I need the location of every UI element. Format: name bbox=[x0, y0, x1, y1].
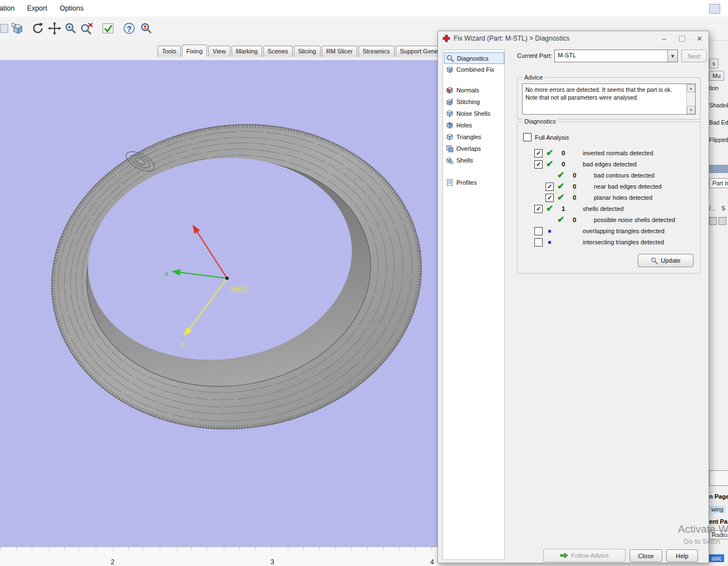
zoom-reset-icon[interactable] bbox=[79, 21, 95, 36]
full-analysis-checkbox[interactable] bbox=[523, 133, 532, 141]
row-checkbox[interactable] bbox=[534, 238, 543, 247]
current-part-label: Current Part: bbox=[517, 52, 552, 59]
row-label: overlapping triangles detected bbox=[583, 228, 665, 234]
3d-viewport[interactable]: x y WCS bbox=[0, 60, 437, 547]
right-button-fragment[interactable] bbox=[709, 470, 728, 486]
magnifier-icon bbox=[446, 55, 454, 62]
help-icon[interactable]: ? bbox=[121, 21, 137, 36]
sidebar-item-stitching[interactable]: Stitching bbox=[444, 96, 503, 107]
advice-scrollbar[interactable]: ▲ ▼ bbox=[686, 84, 695, 114]
menu-item-export[interactable]: Export bbox=[22, 0, 52, 12]
axis-x-label: x bbox=[165, 269, 169, 278]
minimize-button[interactable]: – bbox=[655, 33, 673, 44]
sidebar-item-overlaps[interactable]: Overlaps bbox=[444, 143, 503, 154]
sidebar-item-triangles[interactable]: Triangles bbox=[444, 131, 503, 142]
diagnostic-row: overlapping triangles detected bbox=[518, 225, 698, 237]
row-label: inverted normals detected bbox=[583, 150, 653, 156]
scroll-down-icon[interactable]: ▼ bbox=[687, 106, 695, 114]
tab-slicing[interactable]: Slicing bbox=[294, 46, 321, 57]
update-button[interactable]: Update bbox=[638, 254, 693, 267]
tab-tools[interactable]: Tools bbox=[158, 46, 181, 57]
green-check-icon: ✔ bbox=[557, 215, 564, 224]
diagnostic-row: ✔ 0 possible noise shells detected bbox=[518, 214, 698, 225]
diagnostic-row: ✓ ✔ 1 shells detected bbox=[518, 203, 698, 214]
find-part-icon[interactable] bbox=[138, 21, 154, 36]
ruler-number: 2 bbox=[111, 558, 115, 566]
sidebar-item-label: Holes bbox=[456, 122, 472, 129]
right-panel-header bbox=[709, 165, 728, 173]
right-icon-fragment[interactable] bbox=[709, 217, 728, 226]
sidebar-item-label: Shells bbox=[456, 157, 473, 164]
pending-dot-icon bbox=[548, 241, 551, 244]
tab-rm-slicer[interactable]: RM Slicer bbox=[322, 46, 357, 57]
tab-streamics[interactable]: Streamics bbox=[358, 46, 395, 57]
row-label: near bad edges detected bbox=[594, 183, 662, 190]
row-count: 0 bbox=[573, 194, 592, 201]
right-label-fragment: S bbox=[721, 205, 725, 211]
row-checkbox[interactable]: ✓ bbox=[545, 183, 554, 191]
shells-icon bbox=[446, 156, 454, 164]
right-label-fragment: Shade& bbox=[709, 102, 728, 109]
sidebar-item-label: Overlaps bbox=[456, 145, 481, 152]
sidebar-item-combined-fix[interactable]: Combined Fix bbox=[444, 64, 503, 75]
right-selected-fragment[interactable]: asic bbox=[709, 554, 724, 562]
chevron-down-icon[interactable]: ▼ bbox=[667, 50, 677, 62]
row-checkbox[interactable]: ✓ bbox=[534, 160, 543, 169]
ring-model[interactable]: x y bbox=[0, 60, 437, 547]
row-checkbox[interactable]: ✓ bbox=[545, 194, 554, 202]
current-part-dropdown[interactable]: M-STL ▼ bbox=[554, 50, 678, 62]
right-row-fragment[interactable]: wing bbox=[709, 505, 726, 513]
sidebar-item-profiles[interactable]: Profiles bbox=[444, 177, 503, 188]
tab-scenes[interactable]: Scenes bbox=[263, 46, 293, 57]
diagnostic-row: ✓ ✔ 0 planar holes detected bbox=[518, 192, 698, 203]
sidebar-item-normals[interactable]: Normals bbox=[444, 85, 503, 95]
help-button[interactable]: Help bbox=[666, 549, 698, 562]
follow-advice-button[interactable]: Follow Advice bbox=[543, 549, 626, 562]
tab-fixing[interactable]: Fixing bbox=[182, 45, 207, 57]
activate-watermark-line1: Activate W bbox=[678, 523, 728, 535]
row-count: 0 bbox=[562, 150, 581, 156]
diagnostic-row: ✓ ✔ 0 inverted normals detected bbox=[518, 147, 698, 159]
update-button-label: Update bbox=[661, 257, 680, 264]
row-checkbox[interactable]: ✓ bbox=[534, 149, 543, 158]
rotate-view-icon[interactable] bbox=[30, 21, 46, 36]
axis-y-label: y bbox=[181, 339, 185, 347]
noise-shells-icon bbox=[446, 110, 454, 117]
pan-view-icon[interactable] bbox=[47, 21, 62, 36]
fix-wizard-dialog: Fix Wizard (Part: M-STL) > Diagnostics –… bbox=[437, 31, 709, 563]
menu-item-partial[interactable]: ation bbox=[0, 0, 19, 12]
close-button[interactable]: Close bbox=[629, 549, 662, 562]
close-icon[interactable]: ✕ bbox=[691, 33, 709, 44]
full-analysis-row[interactable]: Full Analysis bbox=[523, 133, 569, 141]
advice-text: No more errors are detected. It seems th… bbox=[525, 86, 684, 101]
dialog-title: Fix Wizard (Part: M-STL) > Diagnostics bbox=[454, 35, 655, 42]
dialog-title-bar[interactable]: Fix Wizard (Part: M-STL) > Diagnostics –… bbox=[438, 31, 709, 46]
activate-watermark-line2: Go to Settin bbox=[683, 538, 720, 545]
zoom-icon[interactable] bbox=[63, 21, 78, 36]
row-checkbox[interactable] bbox=[534, 227, 543, 235]
tab-view[interactable]: View bbox=[208, 46, 230, 57]
wcs-origin bbox=[225, 277, 229, 280]
tab-marking[interactable]: Marking bbox=[232, 46, 262, 57]
right-tab-fragment[interactable]: Mu bbox=[709, 71, 724, 81]
menu-item-options[interactable]: Options bbox=[55, 0, 88, 12]
next-button[interactable]: Next bbox=[681, 50, 707, 62]
right-tab-fragment[interactable]: s bbox=[709, 58, 719, 68]
select-part-icon[interactable] bbox=[10, 21, 26, 36]
sidebar-item-holes[interactable]: Holes bbox=[444, 120, 503, 130]
sidebar-item-diagnostics[interactable]: Diagnostics bbox=[444, 52, 504, 64]
sidebar-item-shells[interactable]: Shells bbox=[444, 155, 503, 165]
scroll-up-icon[interactable]: ▲ bbox=[687, 84, 695, 92]
partial-tool-icon[interactable] bbox=[0, 21, 10, 36]
window-icon bbox=[709, 4, 720, 14]
row-checkbox[interactable]: ✓ bbox=[534, 205, 543, 213]
svg-text:?: ? bbox=[126, 24, 131, 33]
maximize-button[interactable] bbox=[673, 33, 691, 44]
normals-icon bbox=[446, 86, 454, 94]
right-tab-fragment[interactable]: Part Inf bbox=[709, 178, 728, 188]
right-label-fragment: n Page bbox=[709, 493, 728, 500]
row-label: intersecting triangles detected bbox=[583, 239, 664, 245]
verify-icon[interactable] bbox=[100, 21, 116, 36]
row-count: 1 bbox=[562, 205, 581, 212]
sidebar-item-noise-shells[interactable]: Noise Shells bbox=[444, 108, 503, 119]
